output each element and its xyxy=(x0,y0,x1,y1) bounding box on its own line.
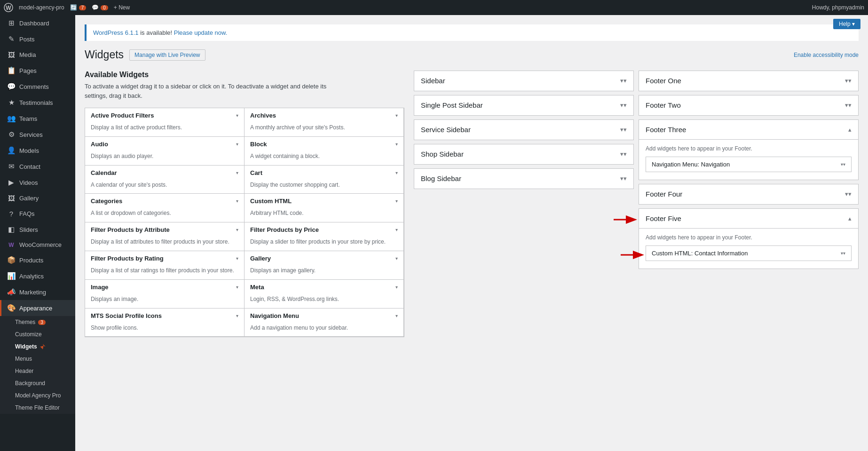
sidebar-item-comments[interactable]: 💬 Comments xyxy=(0,79,75,95)
contact-icon: ✉ xyxy=(7,162,16,171)
sidebar-item-gallery[interactable]: 🖼 Gallery xyxy=(0,190,75,206)
sidebar-item-testimonials[interactable]: ★ Testimonials xyxy=(0,95,75,111)
comments-item[interactable]: 💬 0 xyxy=(92,4,108,11)
sidebar-item-teams[interactable]: 👥 Teams xyxy=(0,111,75,127)
sidebar-item-pages[interactable]: 📋 Pages xyxy=(0,63,75,79)
submenu-model-agency-pro[interactable]: Model Agency Pro xyxy=(0,389,75,402)
sidebar-label-videos: Videos xyxy=(19,179,38,186)
sidebar-area-sidebar-header[interactable]: Sidebar ▾ xyxy=(414,71,633,91)
footer-three-desc: Add widgets here to appear in your Foote… xyxy=(646,145,852,152)
widget-meta[interactable]: Meta Login, RSS, & WordPress.org links. xyxy=(244,279,404,309)
widget-chevron-icon: ▾ xyxy=(841,251,845,256)
submenu-widgets[interactable]: Widgets xyxy=(0,340,75,353)
sidebar-item-models[interactable]: 👤 Models xyxy=(0,142,75,158)
widget-title: Archives xyxy=(250,112,276,119)
wp-version-link[interactable]: WordPress 6.1.1 xyxy=(93,29,139,36)
sidebar-item-services[interactable]: ⚙ Services xyxy=(0,127,75,142)
submenu-themes[interactable]: Themes 3 xyxy=(0,316,75,328)
widget-chevron-icon xyxy=(236,313,238,318)
howdy-text: Howdy, phpmyadmin xyxy=(812,4,864,11)
help-button[interactable]: Help ▾ xyxy=(833,19,860,29)
sidebar-area-title: Footer Three xyxy=(646,126,686,134)
widget-chevron-icon xyxy=(395,285,398,290)
widget-filter-products-rating[interactable]: Filter Products by Rating Display a list… xyxy=(85,251,245,280)
widget-desc: Display a slider to filter products in y… xyxy=(245,237,403,251)
widget-cart[interactable]: Cart Display the customer shopping cart. xyxy=(244,165,404,194)
appearance-submenu: Themes 3 Customize Widgets Menus Header … xyxy=(0,316,75,414)
widget-desc: Display the customer shopping cart. xyxy=(245,180,403,194)
sidebar-area-footer-one-header[interactable]: Footer One ▾ xyxy=(639,71,858,91)
updates-item[interactable]: 🔄 7 xyxy=(70,4,87,11)
sidebar-item-dashboard[interactable]: ⊞ Dashboard xyxy=(0,15,75,31)
sidebar-area-footer-two-header[interactable]: Footer Two ▾ xyxy=(639,95,858,115)
site-name[interactable]: model-agency-pro xyxy=(19,4,64,11)
submenu-menus[interactable]: Menus xyxy=(0,353,75,365)
widget-image[interactable]: Image Displays an image. xyxy=(85,279,245,309)
pages-icon: 📋 xyxy=(7,66,16,75)
update-now-link[interactable]: Please update now. xyxy=(174,29,227,36)
sidebar-label-teams: Teams xyxy=(19,115,37,122)
sidebar-area-footer-five-header[interactable]: Footer Five ▴ xyxy=(639,209,858,229)
comments-icon: 💬 xyxy=(7,82,16,91)
sidebar-area-shop-header[interactable]: Shop Sidebar ▾ xyxy=(414,144,633,164)
widget-title: Active Product Filters xyxy=(91,112,154,119)
sidebar-label-testimonials: Testimonials xyxy=(19,99,53,106)
sidebar-item-posts[interactable]: ✎ Posts xyxy=(0,31,75,47)
widget-categories[interactable]: Categories A list or dropdown of categor… xyxy=(85,193,245,222)
sidebar-item-sliders[interactable]: ◧ Sliders xyxy=(0,222,75,237)
widget-audio[interactable]: Audio Displays an audio player. xyxy=(85,136,245,166)
widget-custom-html[interactable]: Custom HTML Arbitrary HTML code. xyxy=(244,193,404,222)
widget-active-product-filters[interactable]: Active Product Filters Display a list of… xyxy=(85,108,245,137)
submenu-customize[interactable]: Customize xyxy=(0,328,75,340)
sidebar-area-footer-four-header[interactable]: Footer Four ▾ xyxy=(639,184,858,204)
sidebar-item-contact[interactable]: ✉ Contact xyxy=(0,158,75,174)
sidebar-area-service-header[interactable]: Service Sidebar ▾ xyxy=(414,120,633,140)
widget-gallery[interactable]: Gallery Displays an image gallery. xyxy=(244,251,404,280)
sidebar-area-title: Footer Two xyxy=(646,101,681,109)
sidebar-label-appearance: Appearance xyxy=(19,305,52,312)
new-item[interactable]: + New xyxy=(114,4,130,11)
widget-chevron-icon xyxy=(395,142,398,147)
widget-filter-products-price[interactable]: Filter Products by Price Display a slide… xyxy=(244,222,404,251)
widget-chevron-icon xyxy=(395,256,398,261)
widget-filter-products-attribute[interactable]: Filter Products by Attribute Display a l… xyxy=(85,222,245,251)
submenu-header[interactable]: Header xyxy=(0,365,75,377)
submenu-theme-file-editor[interactable]: Theme File Editor xyxy=(0,402,75,414)
services-icon: ⚙ xyxy=(7,130,16,139)
sidebar-label-models: Models xyxy=(19,147,39,154)
sidebar-area-footer-three-header[interactable]: Footer Three ▴ xyxy=(639,120,858,140)
widget-calendar[interactable]: Calendar A calendar of your site's posts… xyxy=(85,165,245,194)
widget-desc: A widget containing a block. xyxy=(245,151,403,165)
widget-title: Filter Products by Attribute xyxy=(91,226,170,233)
widget-desc: A calendar of your site's posts. xyxy=(85,180,244,194)
widget-desc: Display a list of attributes to filter p… xyxy=(85,237,244,251)
footer-five-desc: Add widgets here to appear in your Foote… xyxy=(646,234,852,241)
accessibility-mode-link[interactable]: Enable accessibility mode xyxy=(794,52,859,58)
sidebar-area-single-post-header[interactable]: Single Post Sidebar ▾ xyxy=(414,95,633,115)
widget-title: Calendar xyxy=(91,169,117,176)
sidebar-area-blog-header[interactable]: Blog Sidebar ▾ xyxy=(414,169,633,189)
live-preview-button[interactable]: Manage with Live Preview xyxy=(129,49,205,61)
widget-navigation-menu[interactable]: Navigation Menu Add a navigation menu to… xyxy=(244,308,404,337)
sidebar-chevron-icon: ▾ xyxy=(845,190,852,198)
widget-block[interactable]: Block A widget containing a block. xyxy=(244,136,404,166)
sidebar-item-products[interactable]: 📦 Products xyxy=(0,252,75,268)
sidebar-item-appearance[interactable]: 🎨 Appearance xyxy=(0,300,75,316)
nav-menu-widget[interactable]: Navigation Menu: Navigation ▾ xyxy=(646,157,852,172)
sidebar-item-videos[interactable]: ▶ Videos xyxy=(0,174,75,190)
sidebar-label-media: Media xyxy=(19,51,36,58)
sidebar-item-woocommerce[interactable]: W WooCommerce xyxy=(0,237,75,252)
widget-chevron-icon xyxy=(395,170,398,175)
sidebar-item-faqs[interactable]: ? FAQs xyxy=(0,206,75,222)
widget-chevron-icon xyxy=(395,113,398,118)
sidebar-item-media[interactable]: 🖼 Media xyxy=(0,47,75,63)
widget-archives[interactable]: Archives A monthly archive of your site'… xyxy=(244,108,404,137)
widget-mts-social[interactable]: MTS Social Profile Icons Show profile ic… xyxy=(85,308,245,337)
sidebar-chevron-up-icon: ▴ xyxy=(848,126,852,133)
submenu-background[interactable]: Background xyxy=(0,377,75,389)
sidebar-item-analytics[interactable]: 📊 Analytics xyxy=(0,268,75,284)
sidebar-item-marketing[interactable]: 📣 Marketing xyxy=(0,284,75,300)
custom-html-contact-widget[interactable]: Custom HTML: Contact Information ▾ xyxy=(646,245,852,261)
widget-desc: Login, RSS, & WordPress.org links. xyxy=(245,294,403,308)
testimonials-icon: ★ xyxy=(7,98,16,107)
